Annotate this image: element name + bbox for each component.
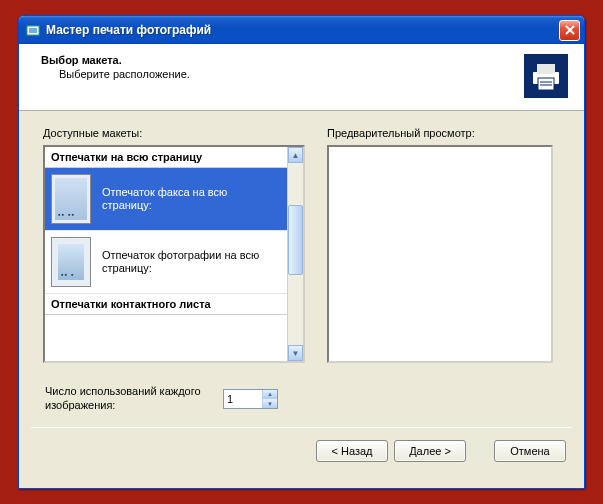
cancel-button[interactable]: Отмена <box>494 440 566 462</box>
preview-column: Предварительный просмотр: <box>327 127 553 363</box>
scroll-track[interactable] <box>288 163 303 345</box>
spinner-up-button[interactable]: ▲ <box>263 390 277 400</box>
back-button[interactable]: < Назад <box>316 440 388 462</box>
wizard-header: Выбор макета. Выберите расположение. <box>19 44 584 111</box>
app-icon <box>25 22 41 38</box>
spinner-down-button[interactable]: ▼ <box>263 399 277 408</box>
scrollbar[interactable]: ▲ ▼ <box>287 147 303 361</box>
uses-label: Число использований каждого изображения: <box>45 385 207 413</box>
layout-thumbnail-icon: ▪▪ ▪ <box>51 237 91 287</box>
layout-group-header: Отпечатки контактного листа <box>45 294 287 315</box>
svg-rect-4 <box>538 78 554 90</box>
layout-item-label: Отпечаток фотографии на всю страницу: <box>99 247 281 277</box>
layouts-column: Доступные макеты: Отпечатки на всю стран… <box>43 127 305 363</box>
layout-thumbnail-icon: ▪▪ ▪▪ <box>51 174 91 224</box>
page-title: Выбор макета. <box>41 54 524 66</box>
available-layouts-label: Доступные макеты: <box>43 127 305 139</box>
uses-input[interactable] <box>224 390 262 408</box>
scroll-down-button[interactable]: ▼ <box>288 345 303 361</box>
page-subtitle: Выберите расположение. <box>59 68 524 80</box>
svg-rect-3 <box>537 64 555 74</box>
uses-spinner[interactable]: ▲ ▼ <box>223 389 278 409</box>
layout-item-fax-fullpage[interactable]: ▪▪ ▪▪ Отпечаток факса на всю страницу: <box>45 168 287 231</box>
preview-label: Предварительный просмотр: <box>327 127 553 139</box>
uses-row: Число использований каждого изображения:… <box>19 385 584 413</box>
layout-item-label: Отпечаток факса на всю страницу: <box>99 184 281 214</box>
svg-rect-1 <box>29 28 37 33</box>
layout-item-photo-fullpage[interactable]: ▪▪ ▪ Отпечаток фотографии на всю страниц… <box>45 231 287 294</box>
preview-pane <box>327 145 553 363</box>
layouts-listbox[interactable]: Отпечатки на всю страницу ▪▪ ▪▪ Отпечато… <box>43 145 305 363</box>
wizard-window: Мастер печати фотографий Выбор макета. В… <box>18 15 585 489</box>
close-button[interactable] <box>559 20 580 41</box>
scroll-up-button[interactable]: ▲ <box>288 147 303 163</box>
printer-icon <box>524 54 568 98</box>
titlebar: Мастер печати фотографий <box>19 16 584 44</box>
next-button[interactable]: Далее > <box>394 440 466 462</box>
window-title: Мастер печати фотографий <box>46 23 559 37</box>
button-row: < Назад Далее > Отмена <box>19 428 584 476</box>
content-area: Доступные макеты: Отпечатки на всю стран… <box>19 111 584 371</box>
layout-group-header: Отпечатки на всю страницу <box>45 147 287 168</box>
scroll-thumb[interactable] <box>288 205 303 275</box>
